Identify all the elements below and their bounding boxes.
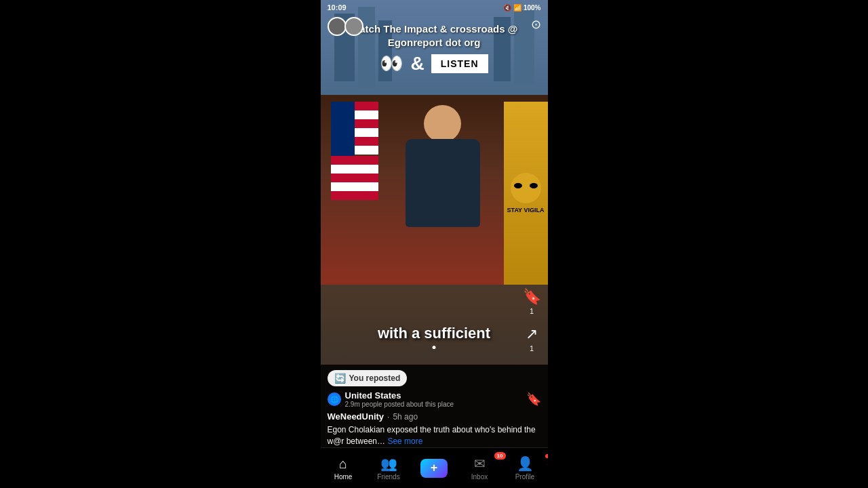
ampersand: & [410, 53, 424, 75]
status-bar: 10:09 🔇 📶 100% [321, 0, 548, 15]
friends-label: Friends [377, 473, 399, 481]
signal-icon: 📶 [513, 4, 521, 12]
battery-text: 100% [524, 4, 541, 12]
post-info-row: WeNeedUnity · 5h ago [328, 411, 541, 422]
home-label: Home [334, 473, 353, 481]
location-name: United States [345, 390, 522, 401]
repost-text: You reposted [349, 373, 401, 383]
profile-notification-dot [545, 454, 548, 458]
search-icon[interactable]: ⊙ [531, 17, 541, 32]
plus-icon: + [431, 461, 438, 475]
subtitle-text: with a sufficient [378, 325, 490, 342]
top-story-avatars[interactable] [328, 17, 363, 36]
share-count: 1 [530, 344, 534, 352]
location-bookmark-icon: 🔖 [526, 392, 541, 407]
nav-profile[interactable]: 👤 Profile [502, 455, 548, 481]
bookmark-icon: 🔖 [523, 288, 541, 306]
story-avatar-1[interactable] [328, 17, 347, 36]
profile-label: Profile [515, 473, 534, 481]
location-info: United States 2.9m people posted about t… [345, 390, 522, 408]
listen-button[interactable]: LISTEN [431, 54, 488, 73]
share-icon: ↗ [526, 325, 538, 343]
bookmark-count: 1 [530, 307, 534, 315]
username[interactable]: WeNeedUnity [328, 411, 384, 422]
friends-icon: 👥 [380, 455, 397, 472]
nav-inbox[interactable]: ✉ 10 Inbox [457, 455, 502, 481]
dot-indicator [433, 346, 436, 349]
character-text: STAY VIGILA [507, 207, 545, 214]
phone-container: STAY VIGILA with a sufficient 10:09 🔇 📶 … [321, 0, 548, 488]
see-more-link[interactable]: See more [387, 436, 422, 446]
bottom-nav: ⌂ Home 👥 Friends + ✉ 10 Inbox 👤 Profile [321, 447, 548, 488]
profile-icon: 👤 [517, 455, 534, 472]
home-icon: ⌂ [339, 456, 347, 472]
nav-friends[interactable]: 👥 Friends [366, 455, 412, 481]
inbox-label: Inbox [471, 473, 488, 481]
nav-create[interactable]: + [412, 459, 457, 478]
repost-badge: 🔄 You reposted [328, 370, 408, 386]
nav-home[interactable]: ⌂ Home [321, 456, 366, 481]
share-action[interactable]: ↗ 1 [526, 325, 538, 352]
location-icon: 🌐 [328, 392, 341, 406]
create-button[interactable]: + [420, 459, 448, 478]
dot-1 [433, 346, 436, 349]
inbox-icon: ✉ [474, 455, 486, 472]
subtitle-bar: with a sufficient [321, 321, 548, 346]
listen-row: 👀 & LISTEN [331, 52, 538, 75]
status-right: 🔇 📶 100% [503, 4, 541, 12]
story-avatar-2[interactable] [344, 17, 363, 36]
dot-separator: · [387, 412, 389, 422]
location-row[interactable]: 🌐 United States 2.9m people posted about… [328, 390, 541, 408]
eyes-emoji: 👀 [380, 52, 403, 75]
description-text: Egon Cholakian exposed the truth about w… [328, 425, 536, 446]
mute-icon: 🔇 [503, 4, 511, 12]
status-time: 10:09 [328, 3, 347, 12]
post-description: Egon Cholakian exposed the truth about w… [328, 424, 541, 447]
bookmark-action[interactable]: 🔖 1 [523, 288, 541, 315]
post-time: 5h ago [393, 412, 418, 422]
right-actions: 🔖 1 ↗ 1 [523, 288, 541, 352]
location-sub: 2.9m people posted about this place [345, 401, 522, 408]
repost-icon: 🔄 [334, 373, 346, 384]
